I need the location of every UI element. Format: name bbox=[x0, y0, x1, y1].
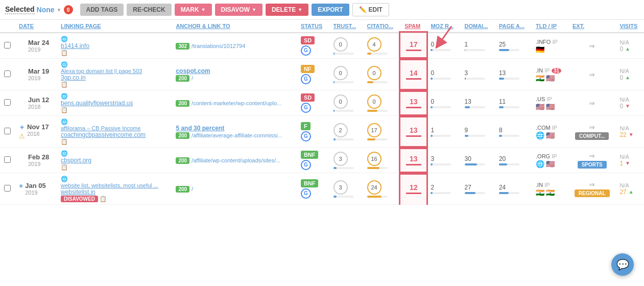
row-checkbox[interactable] bbox=[4, 185, 11, 192]
globe-icon: 🌐 bbox=[61, 150, 68, 156]
th-linking-page[interactable]: LINKING PAGE bbox=[57, 20, 172, 33]
visits-cell: N/A 27 ▲ bbox=[615, 173, 644, 205]
selected-label: Selected None ▼ 0 bbox=[5, 5, 73, 14]
page-authority-value: 8 bbox=[499, 127, 503, 134]
th-tld-ip[interactable]: TLD / IP bbox=[532, 20, 568, 33]
na-label: N/A bbox=[619, 68, 640, 74]
domain-link[interactable]: b1414.info bbox=[61, 42, 89, 50]
anchor-link[interactable]: cospot.com bbox=[176, 67, 210, 75]
citation-value: 17 bbox=[367, 123, 381, 137]
th-ext[interactable]: EXT. bbox=[568, 20, 615, 33]
disavow-dropdown-arrow: ▼ bbox=[252, 7, 256, 12]
domain-authority-value: 27 bbox=[465, 184, 471, 191]
status-badge: BNF bbox=[301, 179, 319, 187]
trust-cell: 3 bbox=[329, 173, 363, 205]
disavow-button[interactable]: DISAVOW ▼ bbox=[215, 4, 263, 16]
export-button[interactable]: EXPORT bbox=[312, 4, 349, 16]
google-badge: G bbox=[301, 188, 311, 199]
moz-rank-cell: 0 bbox=[426, 59, 460, 90]
spam-value: 17 bbox=[404, 40, 422, 49]
spam-cell: 12 bbox=[400, 173, 426, 205]
th-date[interactable]: DATE bbox=[15, 20, 57, 33]
delete-button[interactable]: DELETE ▼ bbox=[266, 4, 308, 16]
copy-icon[interactable]: 📋 bbox=[61, 164, 68, 170]
copy-icon[interactable]: 📋 bbox=[61, 138, 68, 145]
linking-page-link[interactable]: website list, websitelists, most useful … bbox=[61, 182, 168, 188]
copy-icon[interactable]: 📋 bbox=[61, 107, 68, 113]
google-badge: G bbox=[301, 45, 311, 56]
domain-link[interactable]: coachingcbpassiveincome.com bbox=[61, 131, 146, 138]
visits-trend-icon: ▲ bbox=[625, 75, 630, 80]
th-anchor-link-to[interactable]: ANCHOR & LINK TO bbox=[172, 20, 296, 33]
flag-icon: 🇮🇳 bbox=[536, 188, 544, 197]
visits-value: 22 bbox=[619, 131, 626, 138]
th-trust[interactable]: TRUST... bbox=[329, 20, 363, 33]
date-value: Mar 24 bbox=[28, 39, 49, 46]
tld-value: .ORG bbox=[536, 153, 552, 159]
flag-icon: 🇺🇸 bbox=[536, 103, 544, 111]
th-status[interactable]: STATUS bbox=[297, 20, 329, 33]
flag-icon: 🇺🇸 bbox=[546, 131, 555, 139]
visits-cell: N/A 0 ▲ bbox=[615, 33, 644, 59]
year-value: 2019 bbox=[28, 46, 49, 53]
date-cell: + ⚠ Nov 17 2018 bbox=[15, 116, 57, 148]
edit-button[interactable]: ✏️ EDIT bbox=[352, 3, 389, 16]
th-domain[interactable]: DOMAI... bbox=[461, 20, 495, 33]
backlinks-table-wrap: DATE LINKING PAGE ANCHOR & LINK TO STATU… bbox=[0, 20, 644, 205]
page-authority-cell: 11 bbox=[495, 90, 532, 116]
anchor-link-cell: cospot.com200/ bbox=[172, 59, 296, 90]
anchor-link[interactable]: 5 and 30 percent bbox=[176, 125, 224, 132]
plus-icon[interactable]: + bbox=[20, 123, 24, 131]
tld-ip-cell: .ORG IP🌐 🇺🇸 bbox=[532, 148, 568, 173]
th-moz-r[interactable]: MOZ R... bbox=[426, 20, 460, 33]
ip-label: IP bbox=[552, 125, 557, 131]
th-spam[interactable]: SPAM bbox=[400, 20, 426, 33]
domain-authority-cell: 1 bbox=[461, 33, 495, 59]
date-cell: Mar 19 2019 bbox=[15, 59, 57, 90]
th-page-a[interactable]: PAGE A... bbox=[495, 20, 532, 33]
table-row: Mar 24 2019 🌐 b1414.info📋302/translation… bbox=[0, 33, 644, 59]
plus-icon[interactable]: + bbox=[19, 182, 23, 190]
trust-value: 0 bbox=[333, 94, 348, 109]
linking-page-link[interactable]: affilorama – CB Passive Income bbox=[61, 125, 168, 131]
http-code-badge: 302 bbox=[176, 43, 189, 50]
ip-label: IP bbox=[544, 182, 550, 188]
moz-rank-value: 0 bbox=[431, 41, 434, 48]
row-checkbox[interactable] bbox=[4, 42, 11, 49]
tld-ip-cell: .US IP🇺🇸 🇺🇸 bbox=[532, 90, 568, 116]
mark-button[interactable]: MARK ▼ bbox=[175, 4, 212, 16]
ext-arrow-icon: ⇒ bbox=[589, 99, 595, 107]
domain-link[interactable]: 3gp.co.in bbox=[61, 74, 86, 81]
row-checkbox[interactable] bbox=[4, 156, 11, 163]
flag-icon: 🇺🇸 bbox=[546, 160, 555, 168]
domain-link[interactable]: cbsport.org bbox=[61, 157, 91, 164]
date-cell: Mar 24 2019 bbox=[15, 33, 57, 59]
mark-dropdown-arrow: ▼ bbox=[201, 7, 206, 12]
spam-cell: 13 bbox=[400, 90, 426, 116]
visits-trend-icon: ▲ bbox=[629, 189, 634, 195]
row-checkbox[interactable] bbox=[4, 99, 11, 106]
spam-cell: 17 bbox=[400, 33, 426, 59]
linking-page-link[interactable]: Alexa top domain list || page 503 bbox=[61, 68, 168, 74]
spam-cell: 13 bbox=[400, 148, 426, 173]
trust-cell: 0 bbox=[329, 90, 363, 116]
re-check-button[interactable]: RE-CHECK bbox=[127, 4, 171, 16]
row-checkbox[interactable] bbox=[4, 70, 11, 77]
ext-cell: ⇒COMPUT... bbox=[568, 116, 615, 148]
http-code-badge: 200 bbox=[176, 75, 189, 82]
date-value: Jun 12 bbox=[28, 96, 49, 104]
flag-icon: 🇮🇳 bbox=[546, 188, 555, 197]
dropdown-arrow-icon[interactable]: ▼ bbox=[57, 7, 62, 13]
visits-trend-icon: ▼ bbox=[629, 132, 634, 137]
domain-link[interactable]: bens.qualityflowerstriad.us bbox=[61, 100, 133, 107]
copy-icon[interactable]: 📋 bbox=[61, 81, 68, 87]
copy-icon[interactable]: 📋 bbox=[100, 196, 107, 202]
row-checkbox[interactable] bbox=[4, 128, 11, 134]
citation-value: 0 bbox=[367, 66, 381, 80]
domain-link[interactable]: websitelist.in bbox=[61, 188, 96, 196]
th-citation[interactable]: CITATIO... bbox=[363, 20, 401, 33]
th-visits[interactable]: VISITS bbox=[615, 20, 644, 33]
status-badge: F bbox=[301, 122, 311, 130]
add-tags-button[interactable]: ADD TAGS bbox=[80, 4, 124, 16]
copy-icon[interactable]: 📋 bbox=[61, 50, 68, 56]
